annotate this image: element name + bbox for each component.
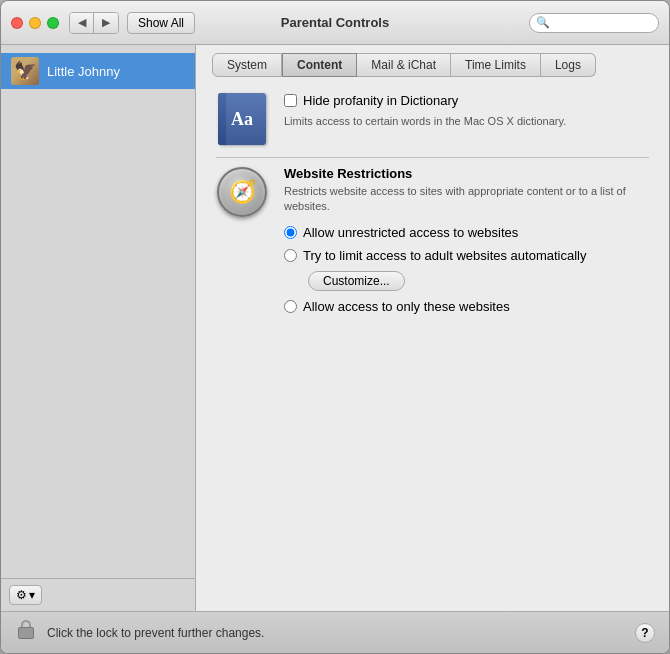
radio-only-these-label[interactable]: Allow access to only these websites — [303, 299, 510, 314]
dictionary-icon: Aa — [216, 93, 268, 145]
search-box[interactable]: 🔍 — [529, 13, 659, 33]
gear-dropdown-arrow: ▾ — [29, 588, 35, 602]
content-area: System Content Mail & iChat Time Limits … — [196, 45, 669, 611]
tabs: System Content Mail & iChat Time Limits … — [196, 45, 669, 77]
minimize-button[interactable] — [29, 17, 41, 29]
gear-button[interactable]: ⚙ ▾ — [9, 585, 42, 605]
dictionary-section-body: Hide profanity in Dictionary Limits acce… — [284, 93, 649, 145]
sidebar: 🦅 Little Johnny ⚙ ▾ — [1, 45, 196, 611]
dictionary-section: Aa Hide profanity in Dictionary Limits a… — [216, 93, 649, 158]
hide-profanity-checkbox[interactable] — [284, 94, 297, 107]
radio-unrestricted-label[interactable]: Allow unrestricted access to websites — [303, 225, 518, 240]
content-panel: Aa Hide profanity in Dictionary Limits a… — [196, 77, 669, 611]
tab-system[interactable]: System — [212, 53, 282, 77]
sidebar-item-label: Little Johnny — [47, 64, 120, 79]
radio-group: Allow unrestricted access to websites Tr… — [284, 225, 649, 314]
radio-only-these-row: Allow access to only these websites — [284, 299, 649, 314]
sidebar-item-little-johnny[interactable]: 🦅 Little Johnny — [1, 53, 195, 89]
dictionary-icon-text: Aa — [231, 109, 253, 130]
tab-time-limits[interactable]: Time Limits — [451, 53, 541, 77]
customize-button[interactable]: Customize... — [308, 271, 405, 291]
maximize-button[interactable] — [47, 17, 59, 29]
radio-only-these[interactable] — [284, 300, 297, 313]
sidebar-footer: ⚙ ▾ — [1, 578, 195, 611]
back-button[interactable]: ◀ — [70, 13, 94, 33]
search-input[interactable] — [554, 16, 652, 30]
compass-icon: 🧭 — [216, 166, 268, 218]
help-button[interactable]: ? — [635, 623, 655, 643]
search-icon: 🔍 — [536, 16, 550, 29]
tab-content[interactable]: Content — [282, 53, 357, 77]
tab-logs[interactable]: Logs — [541, 53, 596, 77]
nav-buttons: ◀ ▶ — [69, 12, 119, 34]
website-restrictions-title: Website Restrictions — [284, 166, 649, 181]
hide-profanity-row: Hide profanity in Dictionary — [284, 93, 649, 108]
website-section: 🧭 Website Restrictions Restricts website… — [216, 166, 649, 334]
forward-button[interactable]: ▶ — [94, 13, 118, 33]
compass-symbol: 🧭 — [229, 179, 256, 205]
tab-mail-ichat[interactable]: Mail & iChat — [357, 53, 451, 77]
lock-body — [18, 627, 34, 639]
website-restrictions-description: Restricts website access to sites with a… — [284, 184, 649, 215]
radio-limit-adult-row: Try to limit access to adult websites au… — [284, 248, 649, 263]
bottom-bar: Click the lock to prevent further change… — [1, 611, 669, 653]
radio-unrestricted[interactable] — [284, 226, 297, 239]
parental-controls-window: ◀ ▶ Show All Parental Controls 🔍 🦅 Littl… — [0, 0, 670, 654]
main-area: 🦅 Little Johnny ⚙ ▾ System Content Mail … — [1, 45, 669, 611]
website-section-body: Website Restrictions Restricts website a… — [284, 166, 649, 322]
traffic-lights — [11, 17, 59, 29]
radio-unrestricted-row: Allow unrestricted access to websites — [284, 225, 649, 240]
close-button[interactable] — [11, 17, 23, 29]
radio-limit-adult-label[interactable]: Try to limit access to adult websites au… — [303, 248, 586, 263]
avatar: 🦅 — [11, 57, 39, 85]
radio-limit-adult[interactable] — [284, 249, 297, 262]
hide-profanity-label[interactable]: Hide profanity in Dictionary — [303, 93, 458, 108]
sidebar-content: 🦅 Little Johnny — [1, 45, 195, 578]
lock-text: Click the lock to prevent further change… — [47, 626, 625, 640]
window-title: Parental Controls — [281, 15, 389, 30]
dictionary-description: Limits access to certain words in the Ma… — [284, 114, 649, 129]
lock-icon[interactable] — [15, 620, 37, 646]
show-all-button[interactable]: Show All — [127, 12, 195, 34]
title-bar: ◀ ▶ Show All Parental Controls 🔍 — [1, 1, 669, 45]
gear-icon: ⚙ — [16, 588, 27, 602]
